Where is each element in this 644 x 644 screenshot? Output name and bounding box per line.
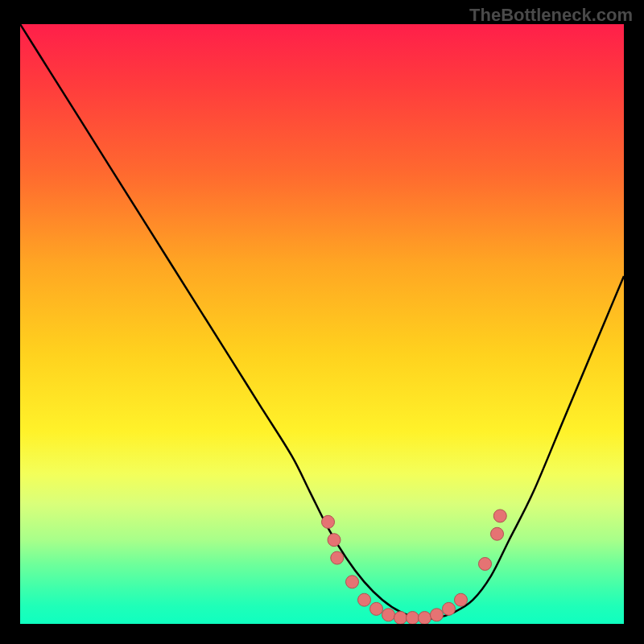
watermark: TheBottleneck.com xyxy=(469,5,633,26)
optimal-point-marker xyxy=(370,602,383,615)
chart-svg xyxy=(20,24,624,624)
marker-group xyxy=(322,510,507,624)
optimal-point-marker xyxy=(493,510,506,522)
optimal-point-marker xyxy=(455,593,468,606)
optimal-point-marker xyxy=(443,602,456,615)
optimal-point-marker xyxy=(346,576,359,588)
chart-plot-area xyxy=(20,24,624,624)
optimal-point-marker xyxy=(407,612,419,624)
bottleneck-curve xyxy=(20,24,624,618)
optimal-point-marker xyxy=(382,609,395,621)
optimal-point-marker xyxy=(491,527,504,540)
optimal-point-marker xyxy=(479,558,492,571)
optimal-point-marker xyxy=(431,609,444,621)
optimal-point-marker xyxy=(394,612,407,624)
optimal-point-marker xyxy=(419,612,431,624)
optimal-point-marker xyxy=(322,515,335,528)
optimal-point-marker xyxy=(328,534,341,547)
optimal-point-marker xyxy=(358,593,371,606)
optimal-point-marker xyxy=(331,551,344,564)
